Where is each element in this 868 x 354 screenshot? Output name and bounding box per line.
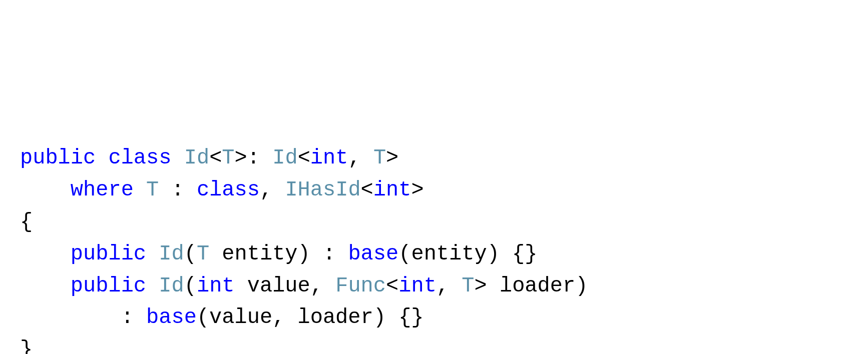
keyword-int: int (373, 178, 411, 202)
param-value: value, (235, 274, 336, 298)
keyword-base: base (348, 242, 398, 266)
type-param-t: T (222, 146, 234, 170)
type-id: Id (184, 146, 209, 170)
code-line-2: where T : class, IHasId<int> (20, 174, 848, 206)
type-ihasid: IHasId (285, 178, 360, 202)
keyword-public: public (20, 146, 96, 170)
indent (20, 178, 71, 202)
indent: : (20, 306, 146, 330)
constructor-id: Id (159, 242, 184, 266)
angle-bracket: > (411, 178, 423, 202)
type-param-t: T (462, 274, 474, 298)
indent (20, 274, 71, 298)
angle-bracket: < (298, 146, 310, 170)
close-brace: } (20, 338, 33, 354)
base-call: (entity) {} (398, 242, 537, 266)
keyword-int: int (310, 146, 348, 170)
type-id: Id (272, 146, 297, 170)
open-brace: { (20, 210, 33, 234)
type-param-t: T (146, 178, 159, 202)
keyword-where: where (71, 178, 134, 202)
keyword-base: base (146, 306, 197, 330)
keyword-public: public (71, 274, 146, 298)
code-line-4: public Id(T entity) : base(entity) {} (20, 238, 848, 270)
angle-bracket: > (475, 274, 487, 298)
indent (20, 242, 71, 266)
colon: : (247, 146, 272, 170)
paren-open: ( (184, 242, 197, 266)
keyword-class: class (108, 146, 171, 170)
comma: , (437, 274, 462, 298)
code-line-7: : base(value, loader) {} (20, 302, 848, 334)
base-call: (value, loader) {} (197, 306, 424, 330)
angle-bracket: < (209, 146, 222, 170)
paren-open: ( (184, 274, 197, 298)
comma: , (348, 146, 373, 170)
code-line-3: { (20, 206, 848, 238)
keyword-public: public (71, 242, 146, 266)
keyword-int: int (398, 274, 437, 298)
param-entity: entity) : (209, 242, 348, 266)
angle-bracket: < (361, 178, 373, 202)
code-line-6: public Id(int value, Func<int, T> loader… (20, 270, 848, 302)
angle-bracket: < (386, 274, 398, 298)
comma: , (260, 178, 285, 202)
angle-bracket: > (235, 146, 247, 170)
code-block: public class Id<T>: Id<int, T> where T :… (20, 142, 848, 354)
angle-bracket: > (386, 146, 398, 170)
param-loader: loader) (487, 274, 588, 298)
code-line-8: } (20, 334, 848, 354)
keyword-int: int (197, 274, 235, 298)
keyword-class: class (197, 178, 260, 202)
constructor-id: Id (159, 274, 184, 298)
code-line-1: public class Id<T>: Id<int, T> (20, 142, 848, 174)
type-param-t: T (197, 242, 209, 266)
type-func: Func (335, 274, 386, 298)
type-param-t: T (373, 146, 386, 170)
colon: : (159, 178, 197, 202)
